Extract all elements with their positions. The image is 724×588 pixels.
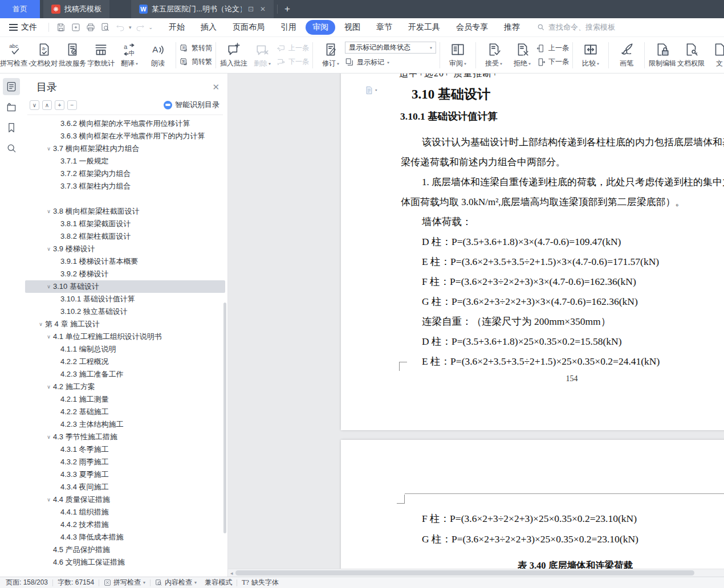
translate-button[interactable]: a中 翻译▾ bbox=[115, 39, 144, 72]
horizontal-scrollbar-thumb[interactable] bbox=[235, 570, 694, 575]
close-toc-icon[interactable]: ✕ bbox=[212, 82, 219, 92]
find-panel-button[interactable] bbox=[3, 140, 20, 157]
toc-item[interactable]: ∨ 4.6 文明施工保证措施 bbox=[25, 556, 225, 569]
toc-item[interactable]: ∨ 4.4.1 组织措施 bbox=[25, 506, 225, 518]
menu-item[interactable]: 引用 bbox=[274, 20, 303, 35]
track-changes-button[interactable]: 修订▾ bbox=[316, 39, 345, 72]
chevron-down-icon[interactable]: ∨ bbox=[44, 284, 53, 289]
doc-proof-button[interactable]: a- 文档校对 bbox=[30, 39, 58, 72]
menu-item[interactable]: 视图 bbox=[337, 20, 367, 35]
chevron-down-icon[interactable]: ∨ bbox=[44, 146, 53, 152]
toc-item[interactable]: ∨ 4.2.1 施工测量 bbox=[25, 393, 225, 406]
prev-change-button[interactable]: 上一条 bbox=[536, 42, 569, 55]
toc-item[interactable]: ∨ 3.9.1 楼梯设计基本概要 bbox=[25, 255, 225, 268]
revision-mark-button[interactable]: ▾ bbox=[365, 85, 377, 95]
chevron-down-icon[interactable]: ∨ bbox=[44, 209, 53, 214]
chevron-down-icon[interactable]: ∨ bbox=[44, 334, 53, 340]
word-count-indicator[interactable]: 字数: 67154 bbox=[58, 578, 94, 587]
toc-item[interactable]: ∨ 4.2.3 主体结构施工 bbox=[25, 418, 225, 431]
toc-scrollbar-thumb[interactable] bbox=[223, 303, 226, 533]
toc-item[interactable]: ∨ 4.3.2 雨季施工 bbox=[25, 456, 225, 468]
word-count-button[interactable]: 字数统计 bbox=[87, 39, 115, 72]
scroll-left-icon[interactable]: ◂ bbox=[228, 570, 235, 576]
tab-document[interactable]: W 某五层医院门...明书（论文） ⊡ ✕ bbox=[131, 0, 274, 18]
horizontal-scrollbar[interactable]: ◂ bbox=[228, 569, 724, 577]
toc-item[interactable]: ∨ 4.1.1 编制总说明 bbox=[25, 343, 225, 356]
toc-item[interactable]: ∨ 4.3.1 冬季施工 bbox=[25, 443, 225, 456]
print-preview-button[interactable] bbox=[98, 21, 113, 34]
show-markup-button[interactable]: 显示标记▾ bbox=[345, 56, 436, 68]
toc-collapse-all-button[interactable]: ∨ bbox=[30, 100, 39, 110]
toc-item[interactable]: ∨ 4.4.2 技术措施 bbox=[25, 518, 225, 531]
toc-item[interactable]: ∨ 4.4.3 降低成本措施 bbox=[25, 531, 225, 544]
simp-to-trad-button[interactable]: 繁 简转繁 bbox=[180, 56, 212, 68]
doc-permission-button[interactable]: 文档权限 bbox=[677, 39, 705, 72]
menu-item[interactable]: 插入 bbox=[194, 20, 223, 35]
menu-item[interactable]: 推荐 bbox=[497, 20, 527, 35]
redo-button[interactable] bbox=[133, 21, 148, 34]
menu-item[interactable]: 开发工具 bbox=[401, 20, 447, 35]
pen-button[interactable]: 画笔 bbox=[612, 39, 641, 72]
toc-item[interactable]: ∨ 第 4 章 施工设计 bbox=[25, 318, 225, 330]
toc-item[interactable]: ∨ 4.3.3 夏季施工 bbox=[25, 468, 225, 481]
toc-item[interactable]: ∨ 3.6.2 横向框架的水平地震作用位移计算 bbox=[25, 117, 225, 130]
spell-check-button[interactable]: abc 拼写检查▾ bbox=[1, 39, 30, 72]
document-area[interactable]: 适中+选20+·质量推断+ ▾ 3.10 基础设计 3.10.1 基础设计值计算… bbox=[228, 74, 724, 577]
menu-item[interactable]: 页面布局 bbox=[226, 20, 271, 35]
chevron-down-icon[interactable]: ∨ bbox=[36, 321, 45, 327]
trad-to-simp-button[interactable]: 简 繁转简 bbox=[180, 42, 212, 55]
toc-item[interactable]: ∨ 4.2 施工方案 bbox=[25, 381, 225, 393]
chevron-down-icon[interactable]: ∨ bbox=[44, 434, 53, 440]
toc-item[interactable]: ∨ 4.1 单位工程施工组织设计说明书 bbox=[25, 330, 225, 343]
insert-comment-button[interactable]: 插入批注 bbox=[219, 39, 248, 72]
next-comment-button[interactable]: 下一条 bbox=[276, 56, 309, 68]
close-tab-icon[interactable]: ✕ bbox=[260, 5, 266, 13]
toc-item[interactable]: ∨ 3.10.2 独立基础设计 bbox=[25, 305, 225, 318]
toc-item[interactable]: ∨ 4.2.2 工程概况 bbox=[25, 356, 225, 368]
toc-item[interactable]: ∨ 3.7.3 框架柱内力组合 bbox=[25, 180, 225, 193]
new-tab-button[interactable]: + bbox=[278, 0, 297, 18]
toc-zoom-in-button[interactable]: + bbox=[55, 100, 64, 110]
prev-comment-button[interactable]: 上一条 bbox=[276, 42, 309, 55]
review-pane-button[interactable]: 审阅▾ bbox=[444, 39, 472, 72]
compat-mode-indicator[interactable]: 兼容模式 bbox=[205, 578, 232, 587]
content-check-toggle[interactable]: 内容检查▾ bbox=[155, 578, 197, 587]
undo-button[interactable] bbox=[113, 21, 128, 34]
detach-window-icon[interactable]: ⊡ bbox=[248, 5, 254, 13]
toc-item[interactable]: ∨ 3.7 横向框架梁柱内力组合 bbox=[25, 142, 225, 155]
read-aloud-button[interactable]: A 朗读 bbox=[144, 39, 172, 72]
toc-item[interactable]: ∨ 3.8.2 框架柱截面设计 bbox=[25, 230, 225, 243]
more-tools-icon[interactable]: ⌄ bbox=[149, 24, 153, 30]
clipped-button[interactable]: 文 bbox=[705, 39, 724, 72]
export-pdf-button[interactable] bbox=[68, 21, 83, 34]
file-menu-button[interactable]: 文件 bbox=[0, 22, 44, 32]
reject-change-button[interactable]: 拒绝▾ bbox=[508, 39, 536, 72]
restrict-edit-button[interactable]: 限制编辑 bbox=[648, 39, 677, 72]
toc-item[interactable]: ∨ 3.10 基础设计 bbox=[25, 280, 225, 293]
menu-item[interactable]: 审阅 bbox=[306, 20, 335, 35]
missing-font-indicator[interactable]: T? 缺失字体 bbox=[242, 578, 279, 587]
accept-change-button[interactable]: 接受▾ bbox=[479, 39, 508, 72]
spell-check-toggle[interactable]: 拼写检查▾ bbox=[104, 578, 145, 587]
toc-expand-all-button[interactable]: ∧ bbox=[42, 100, 52, 110]
toc-item[interactable]: ∨ 3.8 横向框架梁柱截面设计 bbox=[25, 205, 225, 218]
bookmark-panel-button[interactable] bbox=[3, 119, 20, 136]
next-change-button[interactable]: 下一条 bbox=[536, 56, 569, 68]
toc-item[interactable]: ∨ 3.9 楼梯设计 bbox=[25, 243, 225, 255]
smart-toc-button[interactable]: 智能识别目录 bbox=[164, 100, 219, 110]
toc-item[interactable]: ∨ 4.2.3 施工准备工作 bbox=[25, 368, 225, 381]
menu-item[interactable]: 开始 bbox=[162, 20, 192, 35]
tab-template-store[interactable]: ❋ 找稿壳模板 bbox=[43, 0, 109, 18]
outline-panel-button[interactable] bbox=[3, 78, 20, 95]
tab-home[interactable]: 首页 bbox=[0, 0, 40, 18]
chevron-down-icon[interactable]: ∨ bbox=[44, 384, 53, 390]
save-button[interactable] bbox=[54, 21, 68, 34]
toc-item[interactable]: ∨ 4.3 季节性施工措施 bbox=[25, 431, 225, 443]
delete-comment-button[interactable]: 删除▾ bbox=[248, 39, 276, 72]
undo-caret-icon[interactable]: ▾ bbox=[129, 24, 132, 30]
correction-service-button[interactable]: 批改服务 bbox=[58, 39, 87, 72]
tag-panel-button[interactable] bbox=[3, 99, 20, 116]
markup-state-select[interactable]: 显示标记的最终状态 ▾ bbox=[345, 42, 436, 54]
toc-item[interactable]: ∨ 4.4 质量保证措施 bbox=[25, 493, 225, 506]
command-search[interactable]: 查找命令、搜索模板 bbox=[537, 22, 615, 32]
